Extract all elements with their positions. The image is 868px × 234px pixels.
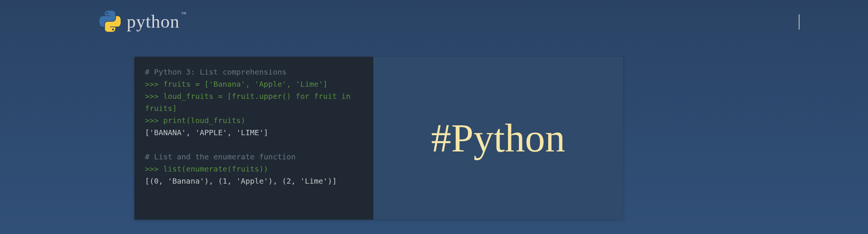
- hero-panel: # Python 3: List comprehensions >>> frui…: [134, 57, 623, 220]
- code-comment: # List and the enumerate function: [145, 152, 296, 161]
- code-line: fruits]: [145, 104, 177, 113]
- python-logo-icon: [99, 11, 121, 32]
- code-output: [(0, 'Banana'), (1, 'Apple'), (2, 'Lime'…: [145, 176, 337, 186]
- hashtag-text: #Python: [431, 115, 565, 161]
- repl-prompt: >>>: [145, 92, 163, 101]
- repl-prompt: >>>: [145, 164, 163, 173]
- text-cursor-icon: [799, 14, 800, 30]
- code-output: ['BANANA', 'APPLE', 'LIME']: [145, 128, 268, 137]
- python-wordmark: python™: [127, 11, 187, 32]
- hashtag-panel: #Python: [373, 57, 623, 220]
- code-example: # Python 3: List comprehensions >>> frui…: [134, 57, 373, 220]
- repl-prompt: >>>: [145, 80, 163, 89]
- code-line: loud_fruits = [fruit.upper() for fruit i…: [163, 92, 351, 101]
- code-comment: # Python 3: List comprehensions: [145, 67, 286, 76]
- python-logo-area: python™: [99, 11, 187, 32]
- code-line: print(loud_fruits): [163, 116, 245, 125]
- code-line: list(enumerate(fruits)): [163, 164, 268, 173]
- repl-prompt: >>>: [145, 116, 163, 125]
- code-line: fruits = ['Banana', 'Apple', 'Lime']: [163, 80, 327, 89]
